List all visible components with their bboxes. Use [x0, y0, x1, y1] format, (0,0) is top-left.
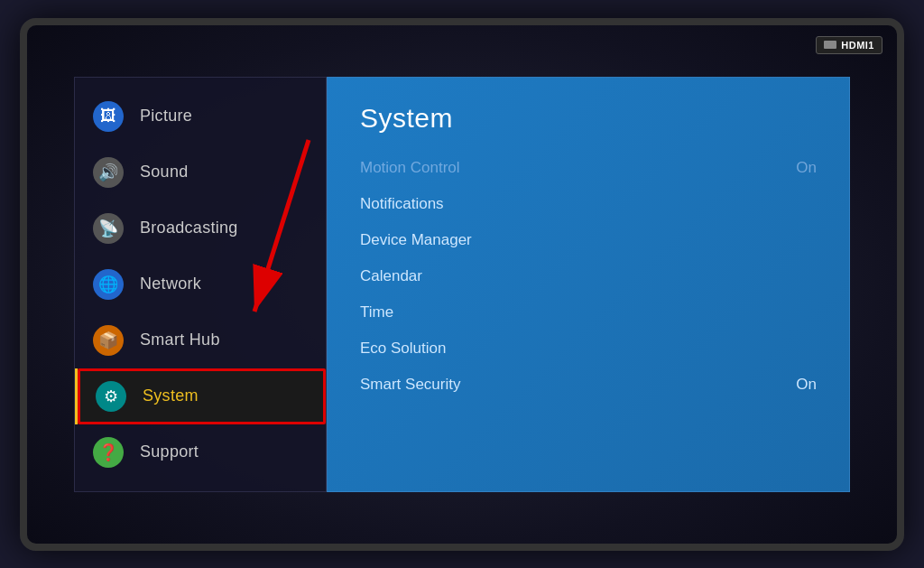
smart-security-value: On: [796, 376, 817, 394]
system-icon: ⚙: [96, 381, 126, 412]
panel-title: System: [360, 103, 817, 134]
sidebar-item-system[interactable]: ⚙ System: [75, 368, 326, 424]
screen-content: 🖼 Picture 🔊 Sound 📡 Broadcasting 🌐 Netwo…: [74, 77, 850, 492]
device-manager-label: Device Manager: [360, 231, 472, 249]
sound-icon: 🔊: [93, 157, 124, 188]
sidebar-item-smarthub[interactable]: 📦 Smart Hub: [75, 312, 326, 368]
menu-item-eco-solution[interactable]: Eco Solution: [360, 331, 817, 367]
sidebar-label-smarthub: Smart Hub: [140, 331, 220, 349]
eco-solution-label: Eco Solution: [360, 340, 446, 358]
network-icon: 🌐: [93, 269, 124, 300]
calendar-label: Calendar: [360, 267, 422, 285]
sidebar-label-broadcasting: Broadcasting: [140, 219, 238, 237]
menu-item-motion-control: Motion Control On: [360, 150, 817, 186]
sidebar-label-network: Network: [140, 275, 201, 293]
broadcasting-icon: 📡: [93, 213, 124, 244]
sidebar-label-picture: Picture: [140, 107, 192, 126]
system-panel: System Motion Control On Notifications D…: [327, 77, 850, 492]
picture-icon: 🖼: [93, 101, 124, 132]
menu-item-time[interactable]: Time: [360, 294, 817, 331]
sidebar-label-sound: Sound: [140, 163, 189, 182]
menu-item-device-manager[interactable]: Device Manager: [360, 222, 817, 258]
tv-frame: HDMI1 🖼 Picture 🔊 Sound 📡 Broadcasting 🌐…: [20, 18, 904, 551]
smart-security-label: Smart Security: [360, 376, 460, 394]
sidebar: 🖼 Picture 🔊 Sound 📡 Broadcasting 🌐 Netwo…: [74, 77, 327, 492]
sidebar-item-sound[interactable]: 🔊 Sound: [75, 144, 326, 200]
sidebar-item-picture[interactable]: 🖼 Picture: [75, 88, 326, 144]
hdmi-badge: HDMI1: [816, 36, 882, 54]
hdmi-icon: [824, 41, 836, 49]
notifications-label: Notifications: [360, 195, 444, 213]
support-icon: ❓: [93, 437, 124, 468]
menu-item-smart-security[interactable]: Smart Security On: [360, 367, 817, 403]
menu-item-notifications[interactable]: Notifications: [360, 186, 817, 222]
hdmi-label: HDMI1: [841, 40, 874, 51]
sidebar-item-broadcasting[interactable]: 📡 Broadcasting: [75, 200, 326, 256]
menu-item-calendar[interactable]: Calendar: [360, 258, 817, 294]
smarthub-icon: 📦: [93, 325, 124, 356]
sidebar-label-system: System: [143, 386, 199, 405]
sidebar-item-support[interactable]: ❓ Support: [75, 424, 326, 480]
sidebar-item-network[interactable]: 🌐 Network: [75, 256, 326, 312]
sidebar-label-support: Support: [140, 442, 199, 461]
motion-control-label: Motion Control: [360, 159, 460, 177]
time-label: Time: [360, 303, 393, 321]
motion-control-value: On: [796, 159, 817, 177]
